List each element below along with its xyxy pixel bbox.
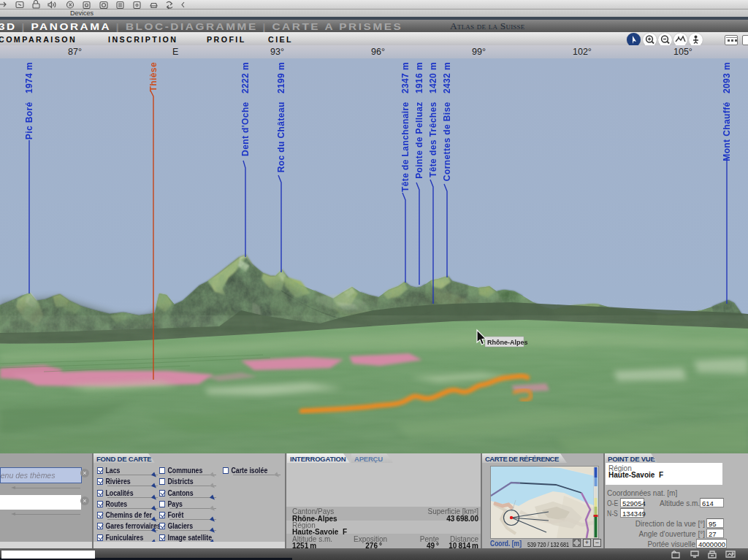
svg-text:Tête des Trêches 1420 m: Tête des Trêches 1420 m <box>428 62 438 177</box>
svg-text:Pic Boré 1974 m: Pic Boré 1974 m <box>24 62 34 139</box>
svg-text:Tête de Lanchenaire 2347 m: Tête de Lanchenaire 2347 m <box>400 62 411 192</box>
svg-text:Cornettes de Bise 2432 m: Cornettes de Bise 2432 m <box>442 62 452 181</box>
svg-text:Pointe de Pelluaz 1916 m: Pointe de Pelluaz 1916 m <box>414 62 424 179</box>
svg-text:Rhône-Alpes: Rhône-Alpes <box>487 339 528 346</box>
svg-text:Mont Chauffé 2093 m: Mont Chauffé 2093 m <box>722 62 732 161</box>
svg-text:Dent d'Oche 2222 m: Dent d'Oche 2222 m <box>240 62 251 156</box>
svg-text:Thièse: Thièse <box>148 62 159 91</box>
svg-text:Roc du Château 2199 m: Roc du Château 2199 m <box>276 62 286 172</box>
